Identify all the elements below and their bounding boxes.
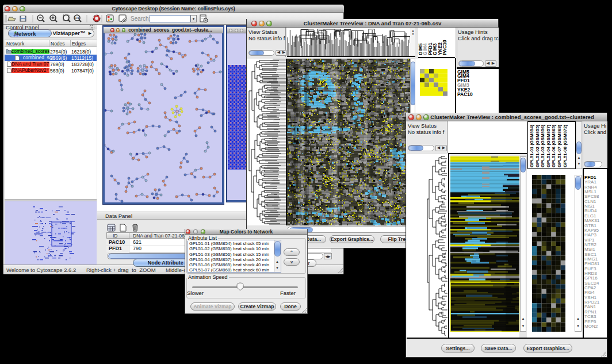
svg-text:GPL51-06 (GSM865): GPL51-06 (GSM865) [551, 124, 556, 167]
svg-text:GPL51-01 (GSM854): GPL51-01 (GSM854) [529, 124, 534, 167]
svg-text:GPL51-07 (GSM868): GPL51-07 (GSM868) [557, 124, 562, 167]
svg-text:GPL51-02 (GSM855): GPL51-02 (GSM855) [535, 124, 540, 167]
svg-text:GPL51-08 (GSM872): GPL51-08 (GSM872) [563, 124, 568, 167]
svg-text:1:1: 1:1 [75, 16, 79, 20]
svg-text:GPL51-04 (GSM857): GPL51-04 (GSM857) [546, 124, 551, 167]
svg-text:GPL51-03 (GSM856): GPL51-03 (GSM856) [540, 124, 545, 167]
svg-text:MON2: MON2 [584, 324, 598, 329]
svg-text:PAC10: PAC10 [442, 40, 447, 55]
